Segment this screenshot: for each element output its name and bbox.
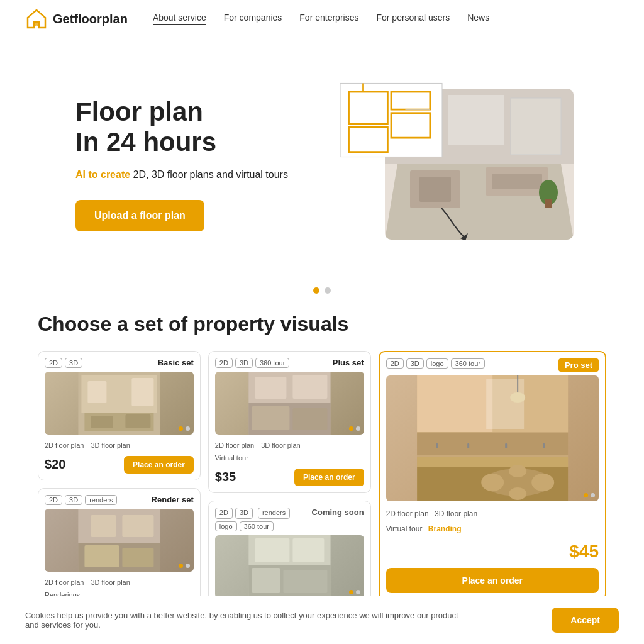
tag-2d-render: 2D — [45, 495, 62, 505]
svg-rect-31 — [122, 548, 153, 567]
tag-2d-plus: 2D — [215, 358, 233, 368]
coming-soon-header: 2D 3D renders logo 360 tour Coming soon — [215, 508, 364, 531]
hero-text: Floor plan In 24 hours AI to create 2D, … — [75, 97, 314, 232]
svg-rect-47 — [292, 538, 324, 562]
tag-360-pro: 360 tour — [451, 358, 485, 369]
accept-cookie-button[interactable]: Accept — [552, 608, 619, 633]
svg-rect-19 — [545, 199, 552, 208]
render-set-label: Render set — [152, 495, 194, 504]
cs-image-dots — [349, 590, 360, 594]
coming-soon-image — [215, 535, 364, 598]
hero-carousel-dots — [0, 287, 644, 294]
tag-3d-plus: 3D — [235, 358, 253, 368]
svg-rect-30 — [84, 545, 119, 567]
basic-dot-2[interactable] — [186, 426, 190, 431]
svg-rect-12 — [419, 177, 451, 202]
cs-dot-2[interactable] — [356, 590, 360, 594]
plus-card-header: 2D 3D 360 tour Plus set — [215, 358, 364, 368]
tag-360-cs: 360 tour — [240, 521, 274, 531]
basic-card-bottom: $20 Place an order — [45, 456, 194, 474]
pro-card-header: 2D 3D logo 360 tour Pro set — [386, 358, 599, 372]
cookie-text: Cookies help us provide you with a bette… — [25, 611, 465, 630]
basic-card-image — [45, 372, 194, 435]
render-card-header: 2D 3D renders Render set — [45, 495, 194, 505]
upload-button[interactable]: Upload a floor plan — [75, 200, 204, 231]
svg-rect-40 — [292, 375, 327, 399]
carousel-dot-2[interactable] — [325, 287, 331, 294]
basic-dot-1[interactable] — [179, 426, 183, 431]
plus-features: 2D floor plan 3D floor plan Virtual tour — [215, 440, 364, 465]
svg-rect-16 — [511, 98, 561, 155]
svg-rect-64 — [505, 443, 507, 448]
pro-room-icon — [386, 375, 599, 501]
plus-image-dots — [349, 426, 360, 431]
pro-price-row: $45 — [386, 541, 599, 562]
svg-rect-46 — [255, 538, 289, 562]
svg-rect-52 — [417, 433, 568, 455]
coming-soon-label: Coming soon — [312, 508, 364, 517]
svg-rect-45 — [283, 570, 327, 593]
pro-card-tags: 2D 3D logo 360 tour — [386, 358, 485, 369]
pro-features: 2D floor plan 3D floor plan Virtual tour… — [386, 506, 599, 536]
svg-rect-38 — [292, 408, 327, 430]
svg-rect-39 — [255, 377, 286, 399]
coming-soon-tags: 2D 3D renders logo 360 tour — [215, 508, 312, 531]
tag-3d: 3D — [65, 358, 82, 368]
floor-plan-sketch-icon — [335, 76, 448, 164]
svg-rect-53 — [417, 457, 568, 467]
svg-rect-50 — [417, 375, 492, 432]
hero-subtitle: AI to create 2D, 3D floor plans and virt… — [75, 167, 314, 182]
navigation: Getfloorplan About service For companies… — [0, 0, 644, 38]
basic-features: 2D floor plan 3D floor plan — [45, 440, 194, 452]
svg-point-58 — [509, 465, 526, 477]
render-image-dots — [179, 564, 190, 568]
section-title: Choose a set of property visuals — [0, 313, 644, 351]
basic-order-button[interactable]: Place an order — [124, 456, 194, 474]
nav-enterprises[interactable]: For enterprises — [299, 13, 358, 25]
svg-rect-44 — [252, 568, 280, 593]
hero-title: Floor plan In 24 hours — [75, 97, 314, 158]
basic-card-tags: 2D 3D — [45, 358, 82, 368]
hero-visual — [335, 76, 574, 252]
pro-price: $45 — [569, 541, 599, 562]
plus-dot-1[interactable] — [349, 426, 353, 431]
cookie-banner: Cookies help us provide you with a bette… — [0, 596, 644, 644]
nav-about[interactable]: About service — [153, 13, 206, 25]
plus-set-card: 2D 3D 360 tour Plus set — [208, 351, 371, 493]
nav-companies[interactable]: For companies — [224, 13, 282, 25]
svg-point-59 — [509, 487, 526, 500]
coming-soon-room-icon — [215, 535, 364, 598]
logo-link[interactable]: Getfloorplan — [25, 8, 128, 30]
carousel-dot-1[interactable] — [313, 287, 319, 294]
svg-rect-65 — [543, 443, 545, 448]
tag-renders: renders — [85, 495, 117, 505]
pro-dot-2[interactable] — [591, 493, 595, 497]
svg-rect-24 — [125, 414, 150, 428]
cs-dot-1[interactable] — [349, 590, 353, 594]
svg-point-56 — [481, 474, 504, 491]
plus-card-tags: 2D 3D 360 tour — [215, 358, 290, 368]
basic-set-label: Basic set — [158, 358, 194, 367]
logo-icon — [25, 8, 48, 30]
pro-order-button[interactable]: Place an order — [386, 568, 599, 593]
render-room-icon — [45, 509, 194, 572]
basic-image-dots — [179, 426, 190, 431]
svg-rect-37 — [252, 406, 289, 430]
pro-dot-1[interactable] — [584, 493, 588, 497]
tag-2d-cs: 2D — [215, 508, 233, 519]
plus-order-button[interactable]: Place an order — [294, 469, 364, 486]
svg-rect-23 — [91, 416, 113, 428]
plus-dot-2[interactable] — [356, 426, 360, 431]
plus-card-image — [215, 372, 364, 435]
nav-links: About service For companies For enterpri… — [153, 13, 489, 25]
render-dot-2[interactable] — [186, 564, 190, 568]
tag-3d-render: 3D — [65, 495, 82, 505]
plus-price: $35 — [215, 470, 236, 484]
render-dot-1[interactable] — [179, 564, 183, 568]
render-card-image — [45, 509, 194, 572]
nav-personal[interactable]: For personal users — [376, 13, 450, 25]
svg-point-61 — [510, 392, 525, 402]
nav-news[interactable]: News — [467, 13, 489, 25]
tag-360-plus: 360 tour — [255, 358, 289, 368]
tag-2d: 2D — [45, 358, 62, 368]
